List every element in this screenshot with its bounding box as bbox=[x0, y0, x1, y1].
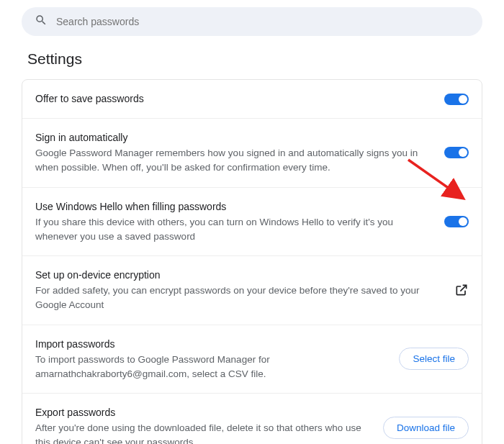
row-desc: To import passwords to Google Password M… bbox=[35, 353, 389, 382]
download-file-button[interactable]: Download file bbox=[383, 417, 469, 439]
svg-line-2 bbox=[460, 286, 466, 291]
toggle-auto-signin[interactable] bbox=[444, 147, 469, 158]
open-external-icon[interactable] bbox=[454, 283, 469, 297]
row-text: Use Windows Hello when filling passwords… bbox=[35, 199, 434, 245]
row-title: Offer to save passwords bbox=[35, 91, 434, 107]
row-title: Use Windows Hello when filling passwords bbox=[35, 199, 434, 214]
row-text: Export passwords After you're done using… bbox=[35, 405, 373, 444]
search-bar[interactable] bbox=[22, 7, 482, 36]
row-text: Sign in automatically Google Password Ma… bbox=[35, 130, 434, 176]
row-auto-signin: Sign in automatically Google Password Ma… bbox=[22, 119, 482, 188]
row-desc: For added safety, you can encrypt passwo… bbox=[35, 284, 444, 313]
row-text: Import passwords To import passwords to … bbox=[35, 337, 389, 382]
select-file-button[interactable]: Select file bbox=[399, 348, 469, 370]
row-encryption[interactable]: Set up on-device encryption For added sa… bbox=[22, 256, 482, 325]
row-offer-save: Offer to save passwords bbox=[22, 80, 482, 119]
settings-card: Offer to save passwords Sign in automati… bbox=[22, 79, 482, 444]
toggle-windows-hello[interactable] bbox=[444, 216, 469, 227]
row-title: Export passwords bbox=[35, 405, 373, 420]
row-desc: After you're done using the downloaded f… bbox=[35, 421, 373, 444]
row-desc: Google Password Manager remembers how yo… bbox=[35, 146, 434, 176]
row-text: Offer to save passwords bbox=[35, 91, 434, 107]
row-title: Set up on-device encryption bbox=[35, 268, 444, 283]
toggle-offer-save[interactable] bbox=[444, 94, 469, 105]
page-title: Settings bbox=[27, 50, 504, 68]
row-title: Import passwords bbox=[35, 337, 389, 352]
row-desc: If you share this device with others, yo… bbox=[35, 215, 434, 245]
search-icon bbox=[35, 14, 48, 30]
row-windows-hello: Use Windows Hello when filling passwords… bbox=[22, 188, 482, 257]
row-title: Sign in automatically bbox=[35, 130, 434, 145]
search-input[interactable] bbox=[56, 16, 469, 27]
row-export: Export passwords After you're done using… bbox=[22, 394, 482, 444]
row-text: Set up on-device encryption For added sa… bbox=[35, 268, 444, 313]
row-import: Import passwords To import passwords to … bbox=[22, 325, 482, 394]
